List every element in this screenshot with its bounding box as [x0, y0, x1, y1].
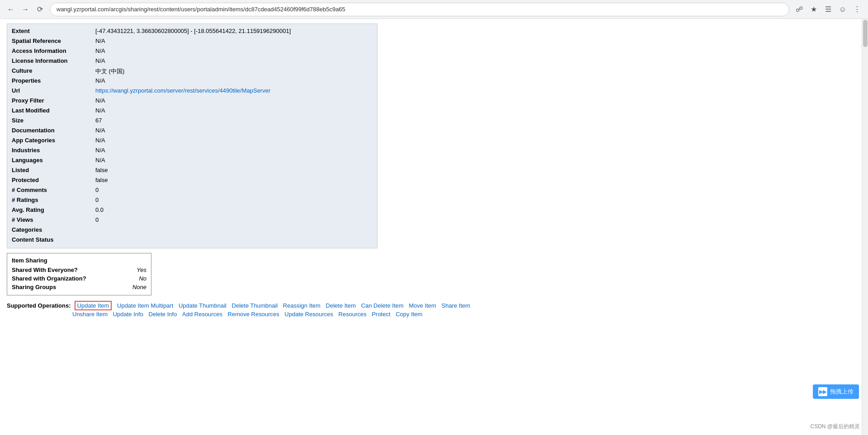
info-value: 中文 (中国) — [95, 67, 373, 75]
info-label: Content Status — [12, 236, 95, 243]
operation-link[interactable]: Update Item — [75, 301, 112, 310]
info-value: N/A — [95, 37, 373, 44]
sharing-row-value: Yes — [137, 267, 146, 273]
operation-link[interactable]: Delete Item — [326, 302, 356, 309]
url-text: wangl.yzrportal.com/arcgis/sharing/rest/… — [57, 6, 345, 13]
operation-link[interactable]: Reassign Item — [283, 302, 321, 309]
info-value-link[interactable]: https://wangl.yzrportal.com/server/rest/… — [95, 87, 270, 94]
info-label: Proxy Filter — [12, 97, 95, 104]
op-separator — [281, 311, 283, 318]
info-row: License InformationN/A — [12, 56, 373, 66]
operation-link[interactable]: Update Item Multipart — [117, 302, 173, 309]
info-row: Listedfalse — [12, 166, 373, 176]
operation-link[interactable]: Update Info — [113, 311, 143, 318]
info-row: Categories — [12, 225, 373, 235]
extensions-icon[interactable]: ☰ — [822, 3, 835, 16]
translate-icon[interactable]: ☍ — [793, 3, 806, 16]
forward-button[interactable]: → — [19, 3, 32, 16]
operations-label: Supported Operations: — [7, 302, 71, 309]
operation-link[interactable]: Resources — [339, 311, 367, 318]
op-separator — [109, 311, 111, 318]
op-separator — [113, 302, 115, 309]
info-value: N/A — [95, 107, 373, 114]
info-row: Content Status — [12, 235, 373, 245]
info-value: N/A — [95, 127, 373, 134]
browser-actions: ☍ ★ ☰ ☺ ⋮ — [793, 3, 863, 16]
info-label: Url — [12, 87, 95, 94]
operation-link[interactable]: Protect — [372, 311, 390, 318]
info-row: Proxy FilterN/A — [12, 96, 373, 106]
info-row: Culture中文 (中国) — [12, 66, 373, 76]
info-label: Culture — [12, 67, 95, 74]
operation-link[interactable]: Can Delete Item — [361, 302, 404, 309]
info-row: Extent[-47.43431221, 3.36630602800005] -… — [12, 27, 373, 37]
reload-button[interactable]: ⟳ — [33, 3, 46, 16]
scrollbar[interactable] — [862, 19, 868, 324]
bookmark-icon[interactable]: ★ — [807, 3, 820, 16]
sharing-row: Shared With Everyone?Yes — [12, 266, 146, 274]
browser-nav-icons: ← → ⟳ — [5, 3, 46, 16]
info-value: N/A — [95, 157, 373, 164]
info-row: Protectedfalse — [12, 176, 373, 186]
sharing-row-value: None — [132, 284, 146, 290]
op-separator — [179, 311, 180, 318]
info-value: [-47.43431221, 3.36630602800005] - [-18.… — [95, 28, 373, 34]
info-value: 0 — [95, 187, 373, 193]
info-label: # Views — [12, 216, 95, 223]
info-label: Last Modified — [12, 107, 95, 114]
operations-section: Supported Operations: Update Item Update… — [7, 302, 861, 318]
operation-link[interactable]: Unshare Item — [72, 311, 108, 318]
info-row: Urlhttps://wangl.yzrportal.com/server/re… — [12, 86, 373, 96]
op-separator — [335, 311, 337, 318]
info-row: LanguagesN/A — [12, 156, 373, 166]
operations-line-1: Supported Operations: Update Item Update… — [7, 302, 861, 309]
sharing-box: Item Sharing Shared With Everyone?YesSha… — [7, 253, 151, 295]
operation-link[interactable]: Share Item — [442, 302, 471, 309]
scrollbar-thumb[interactable] — [863, 20, 868, 47]
info-label: # Comments — [12, 187, 95, 193]
operations-line-2: Unshare Item Update Info Delete Info Add… — [72, 311, 861, 318]
operation-link[interactable]: Copy Item — [396, 311, 422, 318]
info-value: https://wangl.yzrportal.com/server/rest/… — [95, 87, 373, 94]
operation-link[interactable]: Remove Resources — [228, 311, 279, 318]
info-row: # Ratings0 — [12, 196, 373, 206]
profile-icon[interactable]: ☺ — [836, 3, 849, 16]
info-value: 0 — [95, 196, 373, 203]
info-label: Categories — [12, 226, 95, 233]
sharing-row-label: Sharing Groups — [12, 284, 56, 290]
op-separator — [406, 302, 407, 309]
operation-link[interactable]: Update Resources — [284, 311, 333, 318]
page-content: Extent[-47.43431221, 3.36630602800005] -… — [0, 23, 868, 318]
address-bar[interactable]: wangl.yzrportal.com/arcgis/sharing/rest/… — [50, 3, 789, 16]
info-value: N/A — [95, 47, 373, 54]
operation-link[interactable]: Update Thumbnail — [179, 302, 226, 309]
operation-link[interactable]: Delete Info — [149, 311, 177, 318]
info-label: Spatial Reference — [12, 37, 95, 44]
op-separator — [224, 311, 226, 318]
op-separator — [438, 302, 440, 309]
info-value: 67 — [95, 117, 373, 124]
back-button[interactable]: ← — [5, 3, 17, 16]
operation-link[interactable]: Delete Thumbnail — [232, 302, 278, 309]
op-separator — [279, 302, 281, 309]
info-value: false — [95, 177, 373, 183]
info-row: DocumentationN/A — [12, 126, 373, 136]
operation-link[interactable]: Move Item — [409, 302, 436, 309]
op-separator — [175, 302, 177, 309]
op-separator — [228, 302, 230, 309]
sharing-row-value: No — [139, 275, 146, 282]
sharing-row: Sharing GroupsNone — [12, 283, 146, 291]
info-label: Properties — [12, 77, 95, 84]
operation-link[interactable]: Add Resources — [182, 311, 222, 318]
info-label: Languages — [12, 157, 95, 164]
info-label: Industries — [12, 147, 95, 154]
menu-icon[interactable]: ⋮ — [851, 3, 863, 16]
info-label: Documentation — [12, 127, 95, 134]
sharing-row-label: Shared With Everyone? — [12, 267, 78, 273]
info-label: App Categories — [12, 137, 95, 144]
sharing-row-label: Shared with Organization? — [12, 275, 86, 282]
info-row: Access InformationN/A — [12, 47, 373, 56]
info-table: Extent[-47.43431221, 3.36630602800005] -… — [7, 23, 377, 248]
info-value: N/A — [95, 57, 373, 64]
info-label: Extent — [12, 28, 95, 34]
